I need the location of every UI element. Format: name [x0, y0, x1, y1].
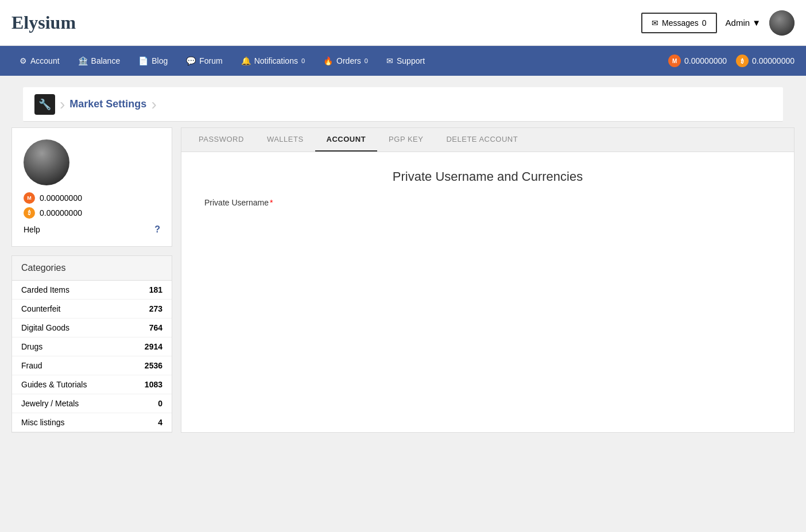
sidebar-item-account[interactable]: ⚙ Account	[11, 46, 68, 76]
category-count: 4	[158, 418, 162, 427]
required-star: *	[270, 198, 273, 207]
nav-notifications-label: Notifications	[254, 56, 298, 65]
nav-support-label: Support	[397, 56, 425, 65]
orders-icon: 🔥	[323, 56, 333, 65]
sidebar-item-notifications[interactable]: 🔔 Notifications 0	[233, 46, 313, 76]
profile-avatar	[24, 139, 69, 185]
nav-balance-label: Balance	[91, 56, 121, 65]
nav-forum-label: Forum	[199, 56, 222, 65]
tab-account[interactable]: ACCOUNT	[315, 128, 378, 152]
help-row: Help ?	[24, 224, 160, 235]
list-item[interactable]: Misc listings 4	[12, 413, 172, 432]
sidebar-item-balance[interactable]: 🏦 Balance	[70, 46, 129, 76]
categories-box: Categories Carded Items 181 Counterfeit …	[11, 255, 172, 433]
sidebar-item-forum[interactable]: 💬 Forum	[178, 46, 230, 76]
tab-delete-account[interactable]: DELETE ACCOUNT	[435, 128, 529, 152]
gear-icon: ⚙	[20, 56, 27, 65]
chevron-down-icon: ▼	[752, 18, 761, 28]
notifications-badge: 0	[301, 57, 305, 64]
sidebar-item-support[interactable]: ✉ Support	[378, 46, 433, 76]
category-count: 0	[158, 399, 162, 408]
sidebar-btc-icon: ₿	[24, 207, 35, 219]
breadcrumb-title: Market Settings	[69, 98, 146, 110]
messages-button[interactable]: ✉ Messages 0	[641, 13, 717, 33]
list-item[interactable]: Fraud 2536	[12, 356, 172, 375]
avatar[interactable]	[769, 10, 795, 36]
bell-icon: 🔔	[241, 56, 251, 65]
messages-label: Messages	[662, 18, 699, 28]
category-label: Misc listings	[21, 418, 64, 427]
logo[interactable]: Elysium	[11, 12, 76, 33]
sidebar-profile: M 0.00000000 ₿ 0.00000000 Help ?	[11, 127, 172, 247]
category-label: Carded Items	[21, 285, 69, 294]
sidebar-btc-amount: 0.00000000	[40, 208, 82, 218]
tab-wallets[interactable]: WALLETS	[255, 128, 315, 152]
btc-balance-nav: ₿ 0.00000000	[736, 55, 795, 67]
category-count: 273	[149, 304, 162, 313]
avatar-image	[769, 10, 795, 36]
sidebar-xmr-row: M 0.00000000	[24, 192, 82, 204]
category-label: Counterfeit	[21, 304, 60, 313]
admin-dropdown[interactable]: Admin ▼	[726, 18, 761, 28]
blog-icon: 📄	[138, 56, 148, 65]
category-count: 2536	[145, 361, 162, 370]
breadcrumb-arrow-1: ›	[60, 95, 65, 114]
help-label: Help	[24, 225, 40, 234]
orders-badge: 0	[365, 57, 368, 64]
list-item[interactable]: Drugs 2914	[12, 337, 172, 356]
categories-header: Categories	[12, 256, 172, 281]
messages-count: 0	[702, 18, 707, 28]
sidebar-xmr-amount: 0.00000000	[40, 193, 82, 203]
nav-left: ⚙ Account 🏦 Balance 📄 Blog 💬 Forum 🔔 Not…	[11, 46, 433, 76]
top-header: Elysium ✉ Messages 0 Admin ▼	[0, 0, 806, 46]
list-item[interactable]: Guides & Tutorials 1083	[12, 375, 172, 394]
category-label: Guides & Tutorials	[21, 380, 87, 389]
list-item[interactable]: Jewelry / Metals 0	[12, 394, 172, 413]
header-right: ✉ Messages 0 Admin ▼	[641, 10, 795, 36]
category-label: Drugs	[21, 342, 42, 351]
xmr-icon: M	[668, 55, 681, 67]
field-label-private-username: Private Username*	[204, 198, 771, 207]
wrench-icon: 🔧	[34, 94, 55, 115]
category-count: 1083	[145, 380, 162, 389]
breadcrumb-arrow-2: ›	[151, 95, 156, 114]
tab-password[interactable]: PASSWORD	[187, 128, 255, 152]
breadcrumb: 🔧 › Market Settings ›	[23, 87, 783, 122]
category-count: 2914	[145, 342, 162, 351]
balance-icon: 🏦	[78, 56, 88, 65]
nav-bar: ⚙ Account 🏦 Balance 📄 Blog 💬 Forum 🔔 Not…	[0, 46, 806, 76]
btc-amount-nav: 0.00000000	[752, 56, 795, 65]
private-username-label: Private Username	[204, 198, 269, 207]
list-item[interactable]: Carded Items 181	[12, 281, 172, 300]
category-label: Jewelry / Metals	[21, 399, 79, 408]
list-item[interactable]: Digital Goods 764	[12, 319, 172, 337]
panel-body: Private Username and Currencies Private …	[181, 152, 794, 224]
help-question-icon[interactable]: ?	[154, 224, 160, 235]
main-content: M 0.00000000 ₿ 0.00000000 Help ? Categor…	[0, 127, 806, 444]
category-label: Fraud	[21, 361, 42, 370]
xmr-balance-nav: M 0.00000000	[668, 55, 727, 67]
admin-label: Admin	[726, 18, 750, 28]
support-icon: ✉	[386, 56, 393, 65]
sidebar: M 0.00000000 ₿ 0.00000000 Help ? Categor…	[11, 127, 172, 433]
category-count: 764	[149, 323, 162, 332]
tab-bar: PASSWORD WALLETS ACCOUNT PGP KEY DELETE …	[181, 128, 794, 152]
nav-orders-label: Orders	[336, 56, 361, 65]
panel-title: Private Username and Currencies	[204, 169, 771, 184]
nav-blog-label: Blog	[152, 56, 168, 65]
nav-account-label: Account	[30, 56, 60, 65]
list-item[interactable]: Counterfeit 273	[12, 300, 172, 319]
category-label: Digital Goods	[21, 323, 69, 332]
sidebar-btc-row: ₿ 0.00000000	[24, 207, 82, 219]
envelope-icon: ✉	[652, 18, 658, 28]
xmr-amount-nav: 0.00000000	[684, 56, 727, 65]
category-count: 181	[149, 285, 162, 294]
btc-icon: ₿	[736, 55, 749, 67]
nav-right: M 0.00000000 ₿ 0.00000000	[668, 55, 795, 67]
sidebar-xmr-icon: M	[24, 192, 35, 204]
sidebar-item-blog[interactable]: 📄 Blog	[130, 46, 176, 76]
sidebar-item-orders[interactable]: 🔥 Orders 0	[315, 46, 376, 76]
forum-icon: 💬	[186, 56, 196, 65]
tab-pgp-key[interactable]: PGP KEY	[377, 128, 435, 152]
right-panel: PASSWORD WALLETS ACCOUNT PGP KEY DELETE …	[181, 127, 795, 433]
